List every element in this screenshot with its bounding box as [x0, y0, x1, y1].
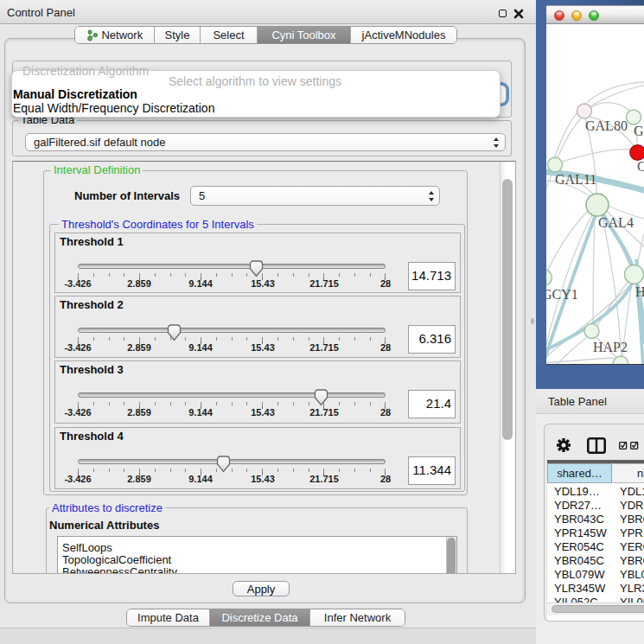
svg-text:HAP2: HAP2 [593, 340, 628, 354]
svg-text:GAL11: GAL11 [555, 172, 596, 187]
svg-text:GAL4: GAL4 [598, 215, 634, 230]
svg-text:CD36: CD36 [637, 159, 644, 174]
svg-text:GAL1: GAL1 [634, 124, 644, 138]
svg-text:GAL80: GAL80 [585, 118, 628, 133]
svg-text:HIS4: HIS4 [635, 284, 644, 299]
svg-text:GCY1: GCY1 [546, 287, 578, 302]
